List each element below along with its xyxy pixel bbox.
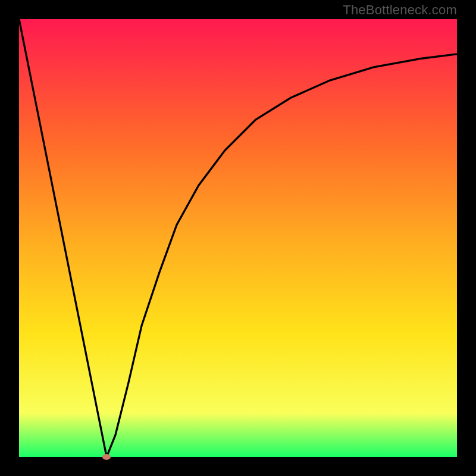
- chart-curve: [19, 19, 457, 457]
- chart-stage: TheBottleneck.com: [0, 0, 476, 476]
- curve-path: [19, 19, 457, 457]
- plot-area: [19, 19, 457, 457]
- watermark-text: TheBottleneck.com: [343, 2, 457, 18]
- marker-dot: [102, 454, 111, 460]
